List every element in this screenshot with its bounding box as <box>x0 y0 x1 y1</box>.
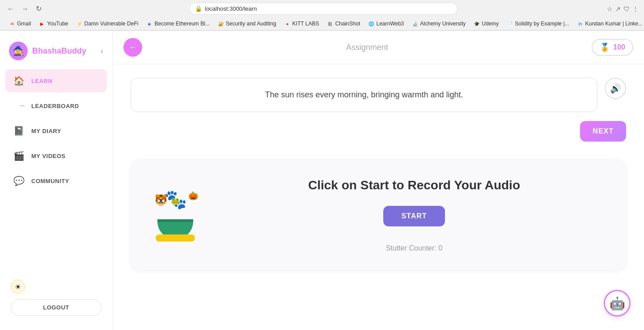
sidebar-header: 🧙 BhashaBuddy ‹ <box>0 38 112 69</box>
star-icon[interactable]: ☆ <box>607 5 613 13</box>
bookmark-learnweb3[interactable]: 🌐 LearnWeb3 <box>364 20 407 28</box>
sidebar-item-my-diary[interactable]: 📓 MY DIARY <box>5 119 107 142</box>
bookmark-linkedin[interactable]: in Kundan Kumar | Linke... <box>574 20 644 28</box>
bookmark-security[interactable]: 🔐 Security and Auditing <box>214 20 280 28</box>
sidebar: 🧙 BhashaBuddy ‹ 🏠 LEARN LEADERBOARD 📓 <box>0 31 113 330</box>
bookmark-kittlabs-label: KITT LABS <box>292 21 319 27</box>
sidebar-footer: ☀ LOGOUT <box>0 272 112 323</box>
bookmark-alchemy[interactable]: 🔬 Alchemy University <box>408 20 469 28</box>
sidebar-navigation: 🏠 LEARN LEADERBOARD 📓 MY DIARY 🎬 MY VIDE… <box>0 69 112 272</box>
sidebar-item-diary-label: MY DIARY <box>31 128 61 134</box>
assignment-title: Assignment <box>346 43 388 52</box>
youtube-favicon: ▶ <box>39 21 45 27</box>
top-bar: ← Assignment 🏅 100 <box>113 31 644 64</box>
sidebar-item-learn[interactable]: 🏠 LEARN <box>5 69 107 92</box>
browser-toolbar-icons: ☆ ↗ 🛡 ⋮ <box>607 5 639 13</box>
content-area: The sun rises every morning, bringing wa… <box>113 64 644 330</box>
bookmark-udemy-label: Udemy <box>482 21 499 27</box>
bookmark-solidity[interactable]: 📄 Solidity by Example |... <box>503 20 572 28</box>
sidebar-item-videos-label: MY VIDEOS <box>31 153 66 159</box>
sidebar-item-community-label: COMMUNITY <box>31 178 69 184</box>
main-content: ← Assignment 🏅 100 The sun rises every m… <box>113 31 644 330</box>
bookmark-dvdefi-label: Damn Vulnerable DeFi <box>85 21 139 27</box>
stutter-counter: Stutter Counter: 0 <box>220 244 608 252</box>
bookmark-dvdefi[interactable]: ⚡ Damn Vulnerable DeFi <box>73 20 142 28</box>
linkedin-favicon: in <box>577 21 584 27</box>
diary-icon: 📓 <box>13 125 25 137</box>
videos-icon: 🎬 <box>13 150 25 162</box>
bookmark-udemy[interactable]: 🎓 Udemy <box>470 20 502 28</box>
score-badge: 🏅 100 <box>592 39 633 56</box>
solidity-favicon: 📄 <box>507 21 513 27</box>
theme-toggle: ☀ <box>11 280 102 294</box>
next-button[interactable]: NEXT <box>580 121 626 142</box>
share-icon[interactable]: ↗ <box>615 5 621 13</box>
forward-nav-button[interactable]: → <box>20 3 30 15</box>
address-bar[interactable]: 🔒 localhost:3000/learn <box>189 3 458 15</box>
back-button[interactable]: ← <box>123 38 142 57</box>
bookmark-youtube-label: YouTube <box>47 21 68 27</box>
bookmark-ethereum-label: Become Ethereum Bl... <box>154 21 209 27</box>
menu-icon[interactable]: ⋮ <box>632 5 639 13</box>
chatbot-icon: 🤖 <box>610 296 625 311</box>
dvdefi-favicon: ⚡ <box>76 21 83 27</box>
kittlabs-favicon: ● <box>284 21 291 27</box>
bookmark-youtube[interactable]: ▶ YouTube <box>35 20 72 28</box>
browser-chrome: ← → ↻ 🔒 localhost:3000/learn ☆ ↗ 🛡 ⋮ ✉ G… <box>0 0 644 31</box>
start-record-button[interactable]: START <box>383 206 445 226</box>
bookmark-security-label: Security and Auditing <box>226 21 276 27</box>
sidebar-item-leaderboard[interactable]: LEADERBOARD <box>5 94 107 117</box>
sentence-box: The sun rises every morning, bringing wa… <box>131 78 597 112</box>
learnweb3-favicon: 🌐 <box>368 21 374 27</box>
back-icon: ← <box>129 43 137 52</box>
leaderboard-icon <box>13 100 25 112</box>
bookmark-gmail-label: Gmail <box>17 21 31 27</box>
community-icon: 💬 <box>13 175 25 187</box>
score-medal-icon: 🏅 <box>600 42 610 52</box>
gmail-favicon: ✉ <box>9 21 15 27</box>
bookmark-solidity-label: Solidity by Example |... <box>515 21 569 27</box>
sidebar-item-leaderboard-label: LEADERBOARD <box>31 103 79 109</box>
sound-button[interactable]: 🔊 <box>605 78 626 99</box>
chatbot-bubble[interactable]: 🤖 <box>604 290 631 317</box>
alchemy-favicon: 🔬 <box>412 21 418 27</box>
ethereum-favicon: ◆ <box>146 21 153 27</box>
browser-nav: ← → ↻ 🔒 localhost:3000/learn ☆ ↗ 🛡 ⋮ <box>0 0 644 17</box>
theme-icon[interactable]: ☀ <box>11 280 25 294</box>
bookmark-kittlabs[interactable]: ● KITT LABS <box>281 20 323 28</box>
shield-icon[interactable]: 🛡 <box>623 5 630 13</box>
bookmark-learnweb3-label: LearnWeb3 <box>376 21 404 27</box>
sidebar-brand: 🧙 BhashaBuddy <box>9 42 86 60</box>
bookmark-chainshot-label: ChainShot <box>335 21 360 27</box>
brand-avatar: 🧙 <box>9 42 28 60</box>
score-value: 100 <box>613 43 625 51</box>
bookmark-linkedin-label: Kundan Kumar | Linke... <box>585 21 643 27</box>
animal-illustration: 🐾 🐯 🎃 🐸 <box>148 188 202 242</box>
security-favicon: 🔐 <box>218 21 224 27</box>
recording-title: Click on Start to Record Your Audio <box>220 177 608 193</box>
sound-icon: 🔊 <box>610 83 621 94</box>
bookmarks-bar: ✉ Gmail ▶ YouTube ⚡ Damn Vulnerable DeFi… <box>0 17 644 30</box>
sidebar-toggle-button[interactable]: ‹ <box>101 46 103 56</box>
logout-button[interactable]: LOGOUT <box>11 299 102 316</box>
home-icon: 🏠 <box>13 75 25 87</box>
udemy-favicon: 🎓 <box>474 21 480 27</box>
brand-name: BhashaBuddy <box>32 46 86 56</box>
bookmark-chainshot[interactable]: ⛓ ChainShot <box>323 20 364 28</box>
bookmark-ethereum[interactable]: ◆ Become Ethereum Bl... <box>143 20 213 28</box>
chainshot-favicon: ⛓ <box>327 21 333 27</box>
url-text: localhost:3000/learn <box>205 5 452 12</box>
sentence-text: The sun rises every morning, bringing wa… <box>265 90 463 99</box>
bookmark-gmail[interactable]: ✉ Gmail <box>5 20 34 28</box>
recording-content: Click on Start to Record Your Audio STAR… <box>220 177 608 252</box>
recording-card: 🐾 🐯 🎃 🐸 Click on Start to Record Your Au… <box>131 159 626 270</box>
sidebar-item-my-videos[interactable]: 🎬 MY VIDEOS <box>5 144 107 167</box>
back-nav-button[interactable]: ← <box>5 3 16 15</box>
app-container: 🧙 BhashaBuddy ‹ 🏠 LEARN LEADERBOARD 📓 <box>0 31 644 330</box>
sidebar-item-community[interactable]: 💬 COMMUNITY <box>5 169 107 192</box>
sidebar-item-learn-label: LEARN <box>31 78 52 84</box>
reload-button[interactable]: ↻ <box>34 3 43 15</box>
bookmark-alchemy-label: Alchemy University <box>420 21 466 27</box>
